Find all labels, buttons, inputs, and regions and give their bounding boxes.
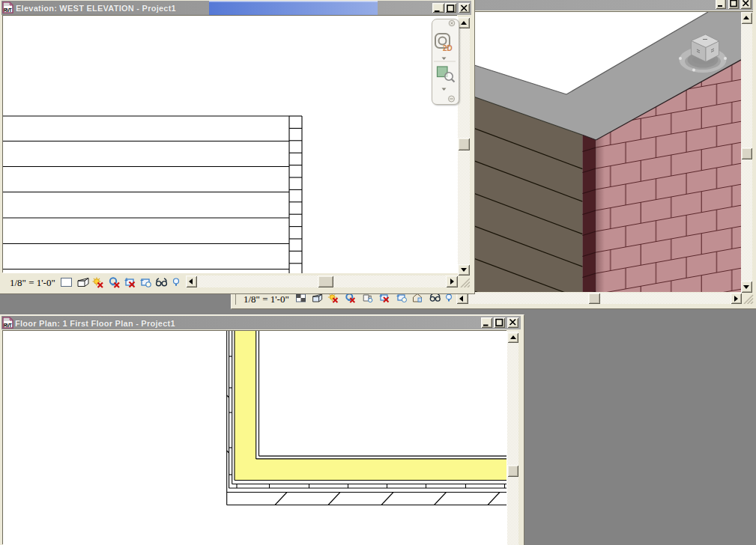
svg-text:RVT: RVT <box>4 7 12 13</box>
svg-text:2D: 2D <box>443 43 453 52</box>
svg-text:RVT: RVT <box>4 323 12 328</box>
